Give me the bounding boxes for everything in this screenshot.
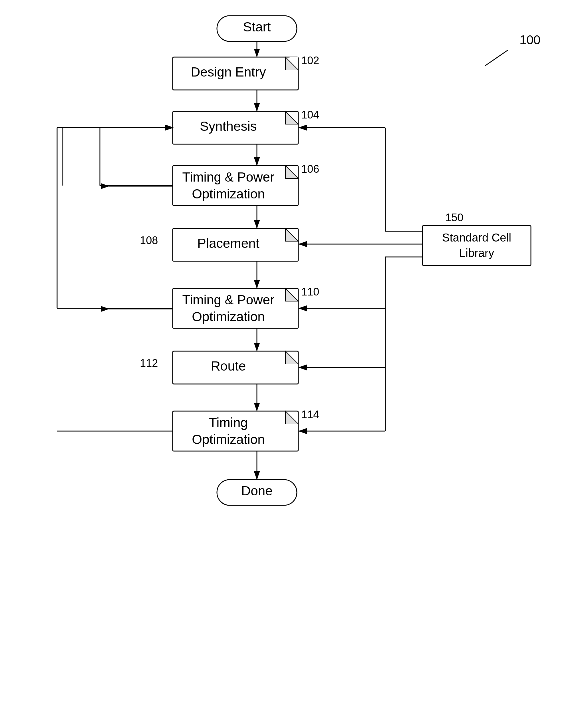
route-label: Route [211,359,246,373]
ref-100: 100 [520,33,540,47]
timing-opt-line2: Optimization [192,432,265,447]
design-entry-node: Design Entry 102 [173,54,319,90]
std-cell-library-ref: 150 [445,212,463,224]
design-entry-label: Design Entry [191,64,266,79]
timing-opt-line1: Timing [209,415,248,430]
route-ref: 112 [140,357,158,369]
start-label: Start [243,19,271,34]
timing-power-opt-2-line1: Timing & Power [182,292,274,307]
synthesis-node: Synthesis 104 [173,109,319,144]
diagram-container: 100 Start Design Entry 102 Synthesis 104 [0,0,582,728]
timing-opt-ref: 114 [301,409,319,420]
placement-label: Placement [197,236,260,251]
std-cell-library-node: Standard Cell Library 150 [422,212,531,265]
placement-ref: 108 [140,234,158,246]
std-cell-library-line1: Standard Cell [442,231,511,244]
route-node: Route 112 [140,351,298,384]
timing-opt-node: Timing Optimization 114 [173,409,319,451]
timing-power-opt-1-node: Timing & Power Optimization 106 [173,163,319,206]
timing-power-opt-2-ref: 110 [301,286,319,298]
std-cell-library-line2: Library [459,247,494,259]
timing-power-opt-1-ref: 106 [301,163,319,175]
timing-power-opt-1-line2: Optimization [192,186,265,201]
timing-power-opt-2-line2: Optimization [192,309,265,324]
timing-power-opt-1-line1: Timing & Power [182,170,274,184]
svg-line-2 [485,50,508,66]
placement-node: Placement 108 [140,228,298,261]
timing-power-opt-2-node: Timing & Power Optimization 110 [173,286,319,328]
synthesis-label: Synthesis [200,119,257,134]
done-label: Done [241,483,272,498]
design-entry-ref: 102 [301,54,319,67]
synthesis-ref: 104 [301,109,319,121]
